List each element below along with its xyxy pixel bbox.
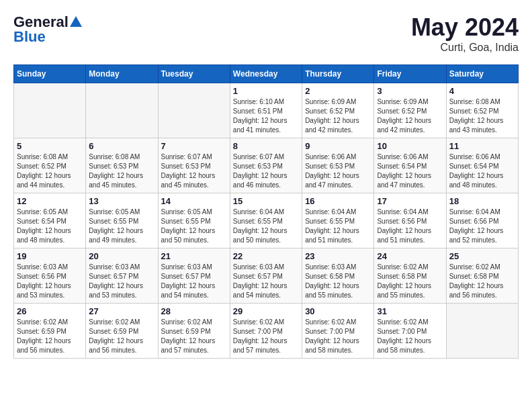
day-info: Sunrise: 6:03 AM Sunset: 6:57 PM Dayligh… <box>89 263 154 300</box>
calendar-cell: 10Sunrise: 6:06 AM Sunset: 6:54 PM Dayli… <box>374 138 446 193</box>
calendar-table: SundayMondayTuesdayWednesdayThursdayFrid… <box>13 64 519 359</box>
weekday-header: Tuesday <box>158 65 230 83</box>
day-number: 11 <box>449 141 515 151</box>
day-number: 15 <box>233 196 299 206</box>
calendar-header-row: SundayMondayTuesdayWednesdayThursdayFrid… <box>14 65 519 83</box>
calendar-cell: 14Sunrise: 6:05 AM Sunset: 6:55 PM Dayli… <box>158 193 230 248</box>
day-info: Sunrise: 6:09 AM Sunset: 6:52 PM Dayligh… <box>377 97 443 135</box>
day-number: 6 <box>89 141 154 151</box>
calendar-cell: 17Sunrise: 6:04 AM Sunset: 6:56 PM Dayli… <box>374 193 446 248</box>
day-number: 12 <box>17 196 83 206</box>
weekday-header: Thursday <box>302 65 374 83</box>
calendar-week-row: 5Sunrise: 6:08 AM Sunset: 6:52 PM Daylig… <box>14 138 519 193</box>
calendar-cell: 8Sunrise: 6:07 AM Sunset: 6:53 PM Daylig… <box>230 138 302 193</box>
day-info: Sunrise: 6:06 AM Sunset: 6:54 PM Dayligh… <box>449 152 515 190</box>
calendar-cell: 15Sunrise: 6:04 AM Sunset: 6:55 PM Dayli… <box>230 193 302 248</box>
day-info: Sunrise: 6:04 AM Sunset: 6:56 PM Dayligh… <box>377 208 443 245</box>
calendar-week-row: 12Sunrise: 6:05 AM Sunset: 6:54 PM Dayli… <box>14 193 519 248</box>
calendar-cell: 9Sunrise: 6:06 AM Sunset: 6:53 PM Daylig… <box>302 138 374 193</box>
day-info: Sunrise: 6:08 AM Sunset: 6:53 PM Dayligh… <box>89 152 154 190</box>
day-number: 2 <box>305 86 371 96</box>
day-info: Sunrise: 6:03 AM Sunset: 6:58 PM Dayligh… <box>305 263 371 300</box>
title-block: May 2024 Curti, Goa, India <box>411 13 519 54</box>
calendar-cell <box>14 83 86 138</box>
day-info: Sunrise: 6:02 AM Sunset: 7:00 PM Dayligh… <box>377 318 443 355</box>
day-info: Sunrise: 6:04 AM Sunset: 6:56 PM Dayligh… <box>449 208 515 245</box>
calendar-cell: 27Sunrise: 6:02 AM Sunset: 6:59 PM Dayli… <box>86 304 158 359</box>
calendar-title: May 2024 <box>411 13 519 42</box>
day-info: Sunrise: 6:02 AM Sunset: 6:58 PM Dayligh… <box>449 263 515 300</box>
day-number: 18 <box>449 196 515 206</box>
calendar-cell <box>446 304 518 359</box>
calendar-cell: 25Sunrise: 6:02 AM Sunset: 6:58 PM Dayli… <box>446 248 518 304</box>
weekday-header: Wednesday <box>230 65 302 83</box>
day-number: 4 <box>449 86 515 96</box>
day-info: Sunrise: 6:07 AM Sunset: 6:53 PM Dayligh… <box>233 152 299 190</box>
day-number: 17 <box>377 196 443 206</box>
logo: General Blue <box>13 13 82 46</box>
weekday-header: Sunday <box>14 65 86 83</box>
calendar-week-row: 19Sunrise: 6:03 AM Sunset: 6:56 PM Dayli… <box>14 248 519 304</box>
day-info: Sunrise: 6:03 AM Sunset: 6:56 PM Dayligh… <box>17 263 83 300</box>
day-number: 21 <box>161 251 227 261</box>
calendar-cell: 31Sunrise: 6:02 AM Sunset: 7:00 PM Dayli… <box>374 304 446 359</box>
calendar-cell: 13Sunrise: 6:05 AM Sunset: 6:55 PM Dayli… <box>86 193 158 248</box>
weekday-header: Saturday <box>446 65 518 83</box>
day-number: 31 <box>377 306 443 316</box>
day-info: Sunrise: 6:02 AM Sunset: 6:58 PM Dayligh… <box>377 263 443 300</box>
calendar-cell: 28Sunrise: 6:02 AM Sunset: 6:59 PM Dayli… <box>158 304 230 359</box>
calendar-week-row: 1Sunrise: 6:10 AM Sunset: 6:51 PM Daylig… <box>14 83 519 138</box>
calendar-cell: 6Sunrise: 6:08 AM Sunset: 6:53 PM Daylig… <box>86 138 158 193</box>
day-number: 23 <box>305 251 371 261</box>
day-info: Sunrise: 6:02 AM Sunset: 6:59 PM Dayligh… <box>161 318 227 355</box>
day-info: Sunrise: 6:04 AM Sunset: 6:55 PM Dayligh… <box>233 208 299 245</box>
day-number: 20 <box>89 251 154 261</box>
calendar-cell: 18Sunrise: 6:04 AM Sunset: 6:56 PM Dayli… <box>446 193 518 248</box>
calendar-cell: 5Sunrise: 6:08 AM Sunset: 6:52 PM Daylig… <box>14 138 86 193</box>
day-number: 19 <box>17 251 83 261</box>
calendar-cell: 7Sunrise: 6:07 AM Sunset: 6:53 PM Daylig… <box>158 138 230 193</box>
day-number: 8 <box>233 141 299 151</box>
calendar-cell: 30Sunrise: 6:02 AM Sunset: 7:00 PM Dayli… <box>302 304 374 359</box>
calendar-cell: 26Sunrise: 6:02 AM Sunset: 6:59 PM Dayli… <box>14 304 86 359</box>
day-info: Sunrise: 6:05 AM Sunset: 6:54 PM Dayligh… <box>17 208 83 245</box>
calendar-cell: 3Sunrise: 6:09 AM Sunset: 6:52 PM Daylig… <box>374 83 446 138</box>
calendar-cell <box>158 83 230 138</box>
day-info: Sunrise: 6:09 AM Sunset: 6:52 PM Dayligh… <box>305 97 371 135</box>
calendar-cell: 21Sunrise: 6:03 AM Sunset: 6:57 PM Dayli… <box>158 248 230 304</box>
day-info: Sunrise: 6:02 AM Sunset: 6:59 PM Dayligh… <box>17 318 83 355</box>
day-info: Sunrise: 6:06 AM Sunset: 6:53 PM Dayligh… <box>305 152 371 190</box>
day-info: Sunrise: 6:06 AM Sunset: 6:54 PM Dayligh… <box>377 152 443 190</box>
day-info: Sunrise: 6:08 AM Sunset: 6:52 PM Dayligh… <box>17 152 83 190</box>
day-number: 14 <box>161 196 227 206</box>
day-info: Sunrise: 6:05 AM Sunset: 6:55 PM Dayligh… <box>161 208 227 245</box>
calendar-week-row: 26Sunrise: 6:02 AM Sunset: 6:59 PM Dayli… <box>14 304 519 359</box>
day-info: Sunrise: 6:03 AM Sunset: 6:57 PM Dayligh… <box>161 263 227 300</box>
day-number: 5 <box>17 141 83 151</box>
day-number: 13 <box>89 196 154 206</box>
day-info: Sunrise: 6:04 AM Sunset: 6:55 PM Dayligh… <box>305 208 371 245</box>
day-number: 27 <box>89 306 154 316</box>
day-number: 1 <box>233 86 299 96</box>
calendar-subtitle: Curti, Goa, India <box>411 42 519 54</box>
calendar-cell: 2Sunrise: 6:09 AM Sunset: 6:52 PM Daylig… <box>302 83 374 138</box>
svg-marker-0 <box>70 16 82 27</box>
day-info: Sunrise: 6:02 AM Sunset: 7:00 PM Dayligh… <box>305 318 371 355</box>
day-number: 3 <box>377 86 443 96</box>
day-info: Sunrise: 6:05 AM Sunset: 6:55 PM Dayligh… <box>89 208 154 245</box>
day-number: 26 <box>17 306 83 316</box>
calendar-cell: 1Sunrise: 6:10 AM Sunset: 6:51 PM Daylig… <box>230 83 302 138</box>
logo-blue: Blue <box>13 28 46 46</box>
day-info: Sunrise: 6:10 AM Sunset: 6:51 PM Dayligh… <box>233 97 299 135</box>
day-number: 28 <box>161 306 227 316</box>
day-info: Sunrise: 6:03 AM Sunset: 6:57 PM Dayligh… <box>233 263 299 300</box>
calendar-cell <box>86 83 158 138</box>
day-number: 9 <box>305 141 371 151</box>
day-number: 16 <box>305 196 371 206</box>
day-number: 25 <box>449 251 515 261</box>
calendar-cell: 19Sunrise: 6:03 AM Sunset: 6:56 PM Dayli… <box>14 248 86 304</box>
calendar-cell: 12Sunrise: 6:05 AM Sunset: 6:54 PM Dayli… <box>14 193 86 248</box>
day-number: 30 <box>305 306 371 316</box>
weekday-header: Monday <box>86 65 158 83</box>
day-number: 22 <box>233 251 299 261</box>
